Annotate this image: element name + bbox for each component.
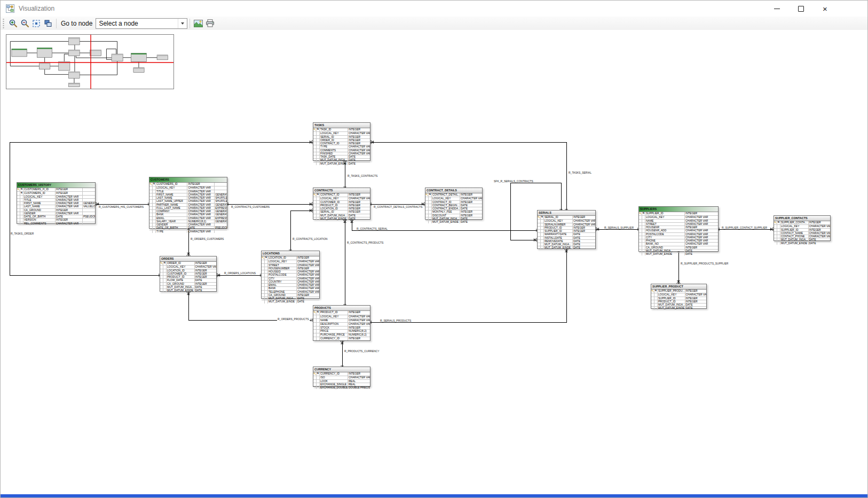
table-row: STOCKINTEGER bbox=[313, 326, 370, 330]
table-row: NAMECHARACTER VAR bbox=[313, 318, 370, 322]
bring-to-front-button[interactable] bbox=[42, 18, 54, 29]
minimap-node-header bbox=[90, 50, 101, 51]
combobox-dropdown-button[interactable] bbox=[178, 19, 187, 28]
column-type: INTEGER bbox=[348, 311, 370, 315]
column-type: DATE bbox=[809, 242, 831, 245]
table-title: CURRENCY bbox=[313, 367, 370, 372]
table-body: NSUPPLIER_IDINTEGERLOGICAL_KEYCHARACTER … bbox=[639, 212, 718, 255]
table-body: NSUPPLIER_CONTA...INTEGERLOGICAL_KEYCHAR… bbox=[774, 221, 830, 245]
minimap-node-header bbox=[68, 72, 80, 73]
relationship-line bbox=[370, 249, 566, 322]
table-row: MUT_DATUM_EINDEDATE bbox=[651, 306, 706, 309]
app-icon bbox=[6, 4, 14, 13]
table-row: NPRODUCT_IDINTEGER bbox=[313, 311, 370, 315]
table-body: NSUPPLIER_PRODU...INTEGERLOGICAL_KEYCHAR… bbox=[651, 290, 706, 310]
column-type: DATE bbox=[460, 220, 482, 223]
relationship-label: R_ORDERS_PRODUCTS bbox=[277, 317, 310, 321]
entity-table-contract_details[interactable]: CONTRACT_DETAILSNCONTRACT_DETAIL...INTEG… bbox=[425, 188, 483, 220]
maximize-icon bbox=[798, 6, 804, 12]
goto-node-label: Go to node bbox=[61, 20, 92, 27]
titlebar: Visualization × bbox=[1, 1, 867, 17]
entity-table-customers_history[interactable]: CUSTOMERS_HISTORYNCUSTOMERS_H_IDINTEGERN… bbox=[17, 182, 96, 224]
column-type: DATE bbox=[348, 217, 370, 220]
table-body: NCONTRACT_IDINTEGERLOGICAL_KEYCHARACTER … bbox=[313, 193, 370, 220]
close-button[interactable]: × bbox=[813, 1, 837, 17]
relationship-label: R_CONTRACT_DETAILS_CONTRACTS bbox=[373, 205, 423, 208]
entity-table-products[interactable]: PRODUCTSNPRODUCT_IDINTEGERLOGICAL_KEYCHA… bbox=[313, 305, 370, 341]
column-annotation bbox=[215, 230, 227, 233]
overview-minimap[interactable] bbox=[6, 34, 174, 89]
minimap-node-header bbox=[37, 48, 52, 49]
entity-table-tasks[interactable]: TASKSNTASK_IDINTEGERLOGICAL_KEYCHARACTER… bbox=[313, 122, 370, 161]
relationship-label: R_TASKS_SERIAL bbox=[568, 171, 592, 174]
column-name: MUT_DATUM_EINDE bbox=[167, 289, 195, 292]
table-title: LOCATIONS bbox=[262, 251, 319, 256]
column-type: CHARACTER VAR bbox=[348, 318, 370, 322]
diagram-canvas[interactable]: TASKSNTASK_IDINTEGERLOGICAL_KEYCHARACTER… bbox=[1, 30, 867, 494]
table-title: TASKS bbox=[313, 123, 370, 128]
zoom-out-button[interactable] bbox=[19, 18, 30, 29]
entity-table-customers[interactable]: CUSTOMERSNCUSTOMERS_IDINTEGERLOGICAL_KEY… bbox=[149, 177, 227, 229]
minimap-node-header bbox=[133, 68, 144, 69]
relationship-label: R_CONTRACTS_SERIAL bbox=[356, 227, 388, 230]
entity-table-supplier_product[interactable]: SUPPLIER_PRODUCTNSUPPLIER_PRODU...INTEGE… bbox=[651, 284, 707, 309]
table-title: CONTRACTS bbox=[313, 188, 370, 193]
minimap-node bbox=[112, 54, 123, 61]
minimap-node-header bbox=[68, 83, 80, 84]
table-row: MUT_DATUM_EINDEDATE bbox=[639, 252, 718, 255]
column-type: DATE bbox=[685, 306, 707, 309]
table-body: NCONTRACT_DETAIL...INTEGERLOGICAL_KEYCHA… bbox=[425, 193, 482, 223]
entity-table-serials[interactable]: SERIALSNSERIAL_IDINTEGERLOGICAL_KEYCHARA… bbox=[537, 210, 596, 249]
export-image-button[interactable] bbox=[192, 18, 204, 29]
column-type: DATE bbox=[685, 252, 718, 255]
column-name: EXCHANGE_DOUBLE bbox=[320, 386, 348, 389]
table-row: EXCHANGE_DOUBLEDOUBLE PRECISI bbox=[313, 386, 370, 389]
column-name: PRODUCT_ID bbox=[320, 311, 348, 315]
node-selector-combobox[interactable]: Select a node bbox=[96, 18, 187, 29]
minimap-connector bbox=[80, 61, 117, 75]
maximize-button[interactable] bbox=[789, 1, 813, 17]
table-title: SUPPLIER_CONTACTS bbox=[774, 216, 830, 221]
relationship-label: R_CONTRACTS_CUSTOMERS bbox=[231, 205, 270, 208]
table-row: MUT_DATUM_EINDEDATE bbox=[160, 289, 216, 292]
column-name: MUT_DATUM_EINDE bbox=[320, 217, 348, 220]
entity-table-currency[interactable]: CURRENCYNCURRENCY_IDINTEGERISOCHARACTER … bbox=[313, 367, 370, 387]
entity-table-supplier_contacts[interactable]: SUPPLIER_CONTACTSNSUPPLIER_CONTA...INTEG… bbox=[774, 215, 831, 241]
column-name: MUT_DATUM_EINDE bbox=[268, 300, 297, 303]
relationship-label: R_TASKS_CONTRACTS bbox=[347, 174, 378, 177]
column-name: MUT_DATUM_EINDE bbox=[645, 252, 685, 255]
minimize-button[interactable] bbox=[765, 1, 789, 17]
zoom-in-button[interactable] bbox=[7, 18, 19, 29]
table-body: NTASK_IDINTEGERLOGICAL_KEYCHARACTER VARS… bbox=[313, 128, 370, 165]
table-row: MUT_DATUM_EINDEDATE bbox=[774, 242, 830, 245]
entity-table-orders[interactable]: ORDERSNORDER_IDINTEGERLOGICAL_KEYCHARACT… bbox=[160, 256, 217, 292]
export-image-icon bbox=[194, 20, 203, 27]
table-title: SUPPLIER_PRODUCT bbox=[651, 284, 706, 290]
table-body: NPRODUCT_IDINTEGERLOGICAL_KEYCHARACTER V… bbox=[313, 311, 370, 340]
table-body: NSERIAL_IDINTEGERLOGICAL_KEYCHARACTER VA… bbox=[538, 216, 595, 250]
entity-table-contracts[interactable]: CONTRACTSNCONTRACT_IDINTEGERLOGICAL_KEYC… bbox=[313, 188, 370, 220]
table-body: NLOCATION_IDINTEGERLOGICAL_KEYCHARACTER … bbox=[262, 256, 319, 304]
table-row: PURCHASE_PRICENUMERIC(8,2) bbox=[313, 333, 370, 337]
print-button[interactable] bbox=[204, 18, 216, 29]
close-icon: × bbox=[823, 5, 827, 13]
toolbar-grip[interactable] bbox=[2, 19, 5, 28]
relationship-label: R_SERIALS_PRODUCTS bbox=[380, 319, 412, 322]
minimap-node bbox=[131, 53, 147, 62]
entity-table-locations[interactable]: LOCATIONSNLOCATION_IDINTEGERLOGICAL_KEYC… bbox=[261, 251, 320, 299]
relationship-label: R_CUSTOMERS_HIS_CUSTOMERS bbox=[98, 205, 144, 208]
relationship-line bbox=[290, 211, 313, 251]
column-name: LOGICAL_KEY bbox=[320, 315, 348, 318]
column-name: TYPE bbox=[156, 230, 187, 233]
zoom-in-icon bbox=[9, 19, 18, 28]
fit-to-window-icon bbox=[32, 19, 41, 28]
column-type: DATE bbox=[195, 289, 217, 292]
fit-to-window-button[interactable] bbox=[30, 18, 42, 29]
table-title: CUSTOMERS bbox=[149, 177, 227, 183]
column-type: CHARACTER VAR bbox=[348, 315, 370, 318]
relationship-label: R_TASKS_ORDER bbox=[10, 232, 34, 235]
entity-table-suppliers[interactable]: SUPPLIERSNSUPPLIER_IDINTEGERLOGICAL_KEYC… bbox=[638, 206, 719, 252]
column-name: MUT_DATUM_EINDE bbox=[780, 242, 809, 245]
relationship-label: R_CONTRACTS_LOCATION bbox=[292, 237, 328, 240]
relationship-label: R_ORDERS_LOCATIONS bbox=[224, 271, 256, 275]
